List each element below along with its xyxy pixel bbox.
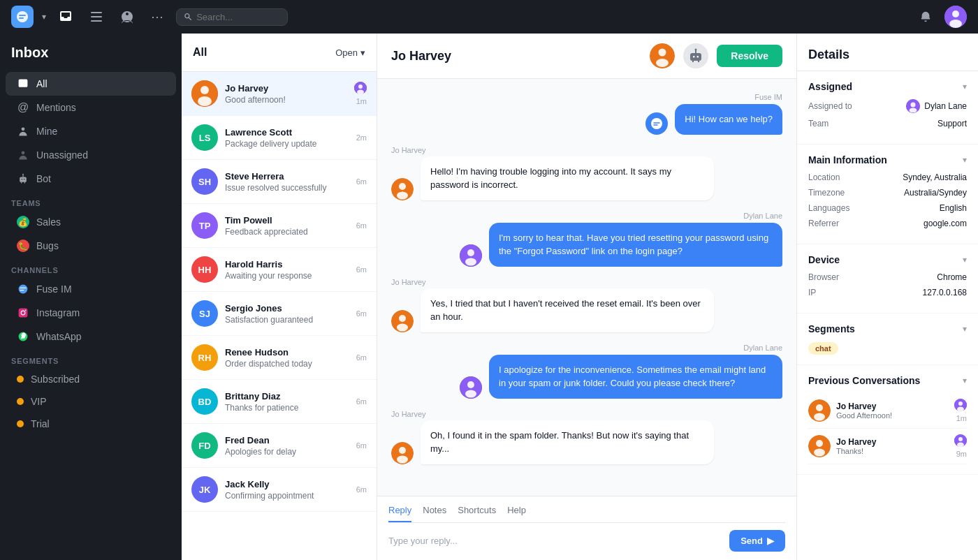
device-section: Device ▾ Browser Chrome IP 127.0.0.168 (797, 244, 978, 314)
conv-item-jack-kelly[interactable]: JK Jack Kelly Confirming appointment 6m (182, 468, 377, 512)
msg-row-dylan-1: I'm sorry to hear that. Have you tried r… (391, 223, 782, 267)
conv-item-sergio-jones[interactable]: SJ Sergio Jones Satisfaction guaranteed … (182, 292, 377, 336)
svg-point-6 (949, 20, 962, 28)
svg-point-14 (25, 310, 27, 311)
device-chevron-icon: ▾ (963, 255, 967, 265)
svg-point-44 (397, 455, 408, 463)
reply-input-row: Send ▶ (388, 530, 785, 552)
prev-conv-agent-avatar-0 (954, 399, 967, 411)
sidebar-title: Inbox (0, 45, 182, 72)
conv-time-jo-harvey: 1m (356, 97, 367, 105)
sidebar-item-sales[interactable]: 💰 Sales (6, 210, 176, 234)
send-label: Send (740, 536, 763, 546)
main-info-section-header[interactable]: Main Information ▾ (808, 154, 967, 165)
contacts-nav-btn[interactable] (85, 6, 108, 28)
device-section-header[interactable]: Device ▾ (808, 254, 967, 265)
sidebar-item-all[interactable]: All (6, 72, 176, 96)
conv-preview-tim-powell: Feedback appreciated (225, 227, 349, 237)
app-chevron[interactable]: ▾ (42, 12, 46, 22)
conv-item-steve-herrera[interactable]: SH Steve Herrera Issue resolved successf… (182, 160, 377, 204)
conv-name-sergio-jones: Sergio Jones (225, 303, 349, 314)
top-nav: ▾ ⋯ (0, 0, 978, 34)
notifications-btn[interactable] (915, 6, 936, 27)
sidebar-item-fuse-im[interactable]: Fuse IM (6, 277, 176, 301)
filter-open-btn[interactable]: Open ▾ (335, 47, 365, 58)
mention-icon: @ (17, 101, 29, 114)
prev-conv-item-1[interactable]: Jo Harvey Thanks! 9m (808, 429, 967, 464)
jo-avatar-2 (391, 310, 414, 332)
msg-bubble-jo-1: Hello! I'm having trouble logging into m… (421, 156, 714, 200)
segments-title: Segments (808, 323, 855, 334)
main-info-chevron-icon: ▾ (963, 155, 967, 165)
sidebar-item-mine[interactable]: Mine (6, 119, 176, 143)
chat-header-bot-avatar (683, 43, 708, 68)
reply-tab-help[interactable]: Help (507, 505, 526, 522)
sidebar-item-subscribed[interactable]: Subscribed (6, 368, 176, 390)
person-outline-icon (17, 149, 29, 161)
conv-time-fred-dean: 6m (356, 441, 367, 450)
reply-input[interactable] (388, 536, 722, 546)
conv-item-renee-hudson[interactable]: RH Renee Hudson Order dispatched today 6… (182, 336, 377, 380)
send-button[interactable]: Send ▶ (729, 530, 785, 552)
conversation-items: Jo Harvey Good afternoon! 1m LS Lawrence… (182, 72, 377, 560)
conv-preview-fred-dean: Apologies for delay (225, 447, 349, 457)
sidebar-item-instagram[interactable]: Instagram (6, 301, 176, 325)
user-avatar[interactable] (944, 6, 967, 28)
segments-section-header[interactable]: Segments ▾ (808, 323, 967, 334)
sidebar-item-trial-label: Trial (31, 418, 50, 429)
svg-point-17 (200, 86, 209, 94)
svg-rect-9 (24, 179, 25, 180)
sidebar-item-instagram-label: Instagram (36, 307, 80, 318)
sidebar-item-bot[interactable]: Bot (6, 167, 176, 191)
sidebar-item-fuse-im-label: Fuse IM (36, 283, 72, 295)
svg-point-43 (399, 447, 406, 454)
inbox-nav-btn[interactable] (54, 6, 77, 28)
sidebar-item-mine-label: Mine (36, 126, 57, 137)
global-search[interactable] (176, 8, 288, 26)
msg-row-jo-2: Yes, I tried that but I haven't received… (391, 288, 782, 332)
sidebar-item-bot-label: Bot (36, 173, 51, 184)
search-input[interactable] (196, 12, 280, 22)
details-header: Details (797, 34, 978, 71)
conv-item-lawrence-scott[interactable]: LS Lawrence Scott Package delivery updat… (182, 116, 377, 160)
assigned-section-header[interactable]: Assigned ▾ (808, 81, 967, 92)
location-row: Location Syndey, Australia (808, 172, 967, 182)
jo-avatar-1 (391, 178, 414, 200)
prev-conv-section-header[interactable]: Previous Conversations ▾ (808, 375, 967, 386)
sidebar-item-unassigned[interactable]: Unassigned (6, 143, 176, 167)
details-title: Details (808, 47, 849, 61)
resolve-button[interactable]: Resolve (717, 45, 782, 67)
timezone-label: Timezone (808, 188, 845, 198)
ip-row: IP 127.0.0.168 (808, 288, 967, 297)
app-logo[interactable] (11, 6, 34, 28)
svg-point-31 (399, 183, 406, 190)
conv-item-fred-dean[interactable]: FD Fred Dean Apologies for delay 6m (182, 424, 377, 468)
svg-point-40 (467, 381, 474, 388)
sidebar-item-mentions[interactable]: @ Mentions (6, 96, 176, 119)
conv-avatar-sergio-jones: SJ (191, 300, 218, 327)
reply-tab-shortcuts[interactable]: Shortcuts (458, 505, 496, 522)
msg-bubble-dylan-2: I apologize for the inconvenience. Somet… (489, 355, 782, 399)
sidebar-item-vip[interactable]: VIP (6, 390, 176, 413)
instagram-icon (17, 307, 29, 319)
reply-tab-notes[interactable]: Notes (423, 505, 446, 522)
conv-item-tim-powell[interactable]: TP Tim Powell Feedback appreciated 6m (182, 204, 377, 248)
broadcast-nav-btn[interactable] (116, 6, 138, 28)
sidebar-item-bugs[interactable]: 🐛 Bugs (6, 234, 176, 258)
conv-name-fred-dean: Fred Dean (225, 435, 349, 445)
conv-item-jo-harvey[interactable]: Jo Harvey Good afternoon! 1m (182, 72, 377, 116)
prev-conv-item-0[interactable]: Jo Harvey Good Afternoon! 1m (808, 393, 967, 429)
conv-time-renee-hudson: 6m (356, 353, 367, 362)
referrer-label: Referrer (808, 219, 839, 228)
prev-conv-time-0: 1m (956, 414, 967, 422)
more-nav-btn[interactable]: ⋯ (147, 5, 168, 29)
conv-item-brittany-diaz[interactable]: BD Brittany Diaz Thanks for patience 6m (182, 380, 377, 424)
reply-tab-reply[interactable]: Reply (388, 505, 411, 522)
sidebar-item-whatsapp[interactable]: WhatsApp (6, 325, 176, 348)
conv-avatar-renee-hudson: RH (191, 344, 218, 371)
sidebar-item-trial[interactable]: Trial (6, 413, 176, 435)
conv-name-jo-harvey: Jo Harvey (225, 83, 347, 94)
referrer-value: google.com (924, 219, 967, 228)
team-label: Team (808, 119, 829, 128)
conv-item-harold-harris[interactable]: HH Harold Harris Awaiting your response … (182, 248, 377, 292)
